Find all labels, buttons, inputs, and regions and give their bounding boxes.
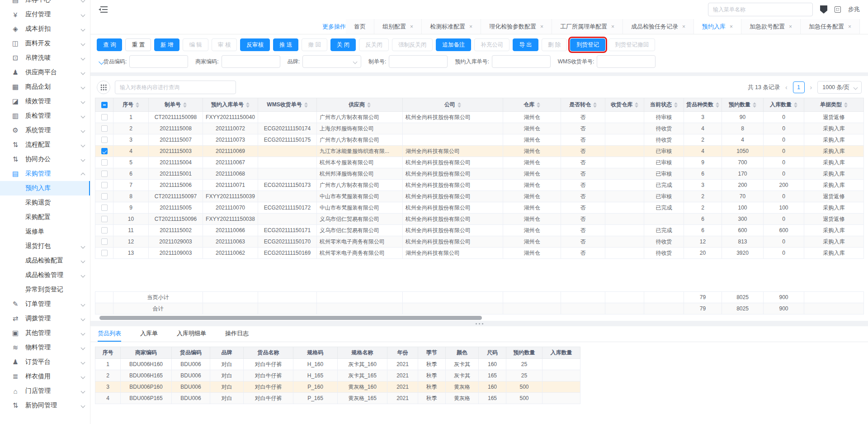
row-checkbox[interactable]: [101, 125, 108, 132]
sidebar-item[interactable]: ⇅ 流程配置: [0, 138, 90, 152]
sidebar-item[interactable]: ♟ 供应商平台: [0, 65, 90, 80]
tab[interactable]: 加急任务配置 ×: [801, 19, 860, 34]
detail-tab[interactable]: 操作日志: [225, 326, 249, 342]
table-row[interactable]: 5 20211115004 2021110067 杭州本兮服装有限公司 杭州全尚…: [95, 157, 864, 168]
filter-input[interactable]: [222, 55, 280, 68]
scrollbar-thumb[interactable]: [99, 316, 482, 320]
close-icon[interactable]: ×: [540, 24, 543, 29]
table-row[interactable]: 4 20211115003 2021110069 九江市冰能量服饰织造有限...…: [95, 146, 864, 157]
row-select-cell[interactable]: [95, 236, 113, 248]
badge-icon[interactable]: [820, 5, 827, 14]
sidebar-item[interactable]: ◫ 面料开发: [0, 36, 90, 51]
table-row[interactable]: 3 20211115007 2021110073 ECG202111150175…: [95, 134, 864, 146]
sort-icon[interactable]: [136, 102, 139, 108]
detail-column-header[interactable]: 年份: [387, 347, 418, 359]
row-select-cell[interactable]: [95, 214, 113, 225]
column-header[interactable]: 单据类型: [804, 98, 864, 112]
sidebar-item[interactable]: ≣ 样衣借用: [0, 369, 90, 384]
column-header[interactable]: 入库数量: [764, 98, 804, 112]
toolbar-button[interactable]: 反关闭: [359, 38, 389, 51]
row-select-cell[interactable]: [95, 112, 113, 123]
sidebar-item[interactable]: 采购退货: [0, 195, 90, 210]
tab[interactable]: 检测标准配置 ×: [422, 19, 481, 34]
toolbar-button[interactable]: 重 置: [125, 38, 151, 51]
close-icon[interactable]: ×: [789, 24, 792, 29]
table-row[interactable]: 13 20211109003 2021110062 ECG20211115016…: [95, 248, 864, 259]
sort-icon[interactable]: [458, 102, 461, 108]
tab[interactable]: 首页 ×: [346, 19, 374, 34]
tab[interactable]: 成品检验任务记录 ×: [623, 19, 694, 34]
filter-input[interactable]: [492, 55, 551, 68]
sidebar-item[interactable]: ♟ 订货平台: [0, 355, 90, 369]
close-icon[interactable]: ×: [730, 24, 733, 29]
detail-column-header[interactable]: 商家编码: [121, 347, 172, 359]
detail-column-header[interactable]: 序号: [95, 347, 121, 359]
row-checkbox[interactable]: [101, 137, 108, 143]
sidebar-item[interactable]: ⇄ 调拨管理: [0, 311, 90, 326]
close-icon[interactable]: ×: [848, 24, 851, 29]
select-all-header[interactable]: [95, 98, 113, 112]
close-icon[interactable]: ×: [682, 24, 685, 29]
table-search-input[interactable]: [115, 81, 236, 94]
sort-icon[interactable]: [844, 102, 848, 108]
column-header[interactable]: 预约数量: [722, 98, 764, 112]
toolbar-button[interactable]: 删 除: [542, 38, 567, 51]
close-icon[interactable]: ×: [469, 24, 472, 29]
sidebar-item[interactable]: ⇅ 协同办公: [0, 152, 90, 167]
tab[interactable]: 工厂所属理单配置 ×: [552, 19, 623, 34]
sidebar-item[interactable]: ◈ 成本折扣: [0, 22, 90, 36]
detail-tab[interactable]: 货品列表: [98, 326, 121, 342]
toolbar-button[interactable]: 审 核: [212, 38, 237, 51]
table-row[interactable]: 2 20211115008 2021110072 ECG202111150174…: [95, 123, 864, 134]
toolbar-button[interactable]: 撤 回: [302, 38, 327, 51]
sidebar-item[interactable]: 预约入库: [0, 181, 90, 195]
sort-icon[interactable]: [674, 102, 678, 108]
row-select-cell[interactable]: [95, 123, 113, 134]
row-checkbox[interactable]: [101, 238, 108, 245]
toolbar-button[interactable]: 补充公司: [474, 38, 509, 51]
filter-input[interactable]: [389, 55, 448, 68]
menu-search-input[interactable]: [708, 3, 813, 16]
close-icon[interactable]: ×: [410, 24, 413, 29]
row-checkbox[interactable]: [101, 159, 108, 166]
toolbar-button[interactable]: 追加备注: [436, 38, 471, 51]
sidebar-item[interactable]: 成品检验配置: [0, 253, 90, 268]
detail-column-header[interactable]: 品牌: [210, 347, 244, 359]
column-header[interactable]: 当前状态: [644, 98, 684, 112]
sidebar-item[interactable]: 退货打包: [0, 239, 90, 253]
column-settings-icon[interactable]: [97, 81, 110, 94]
row-select-cell[interactable]: [95, 168, 113, 180]
select-all-checkbox[interactable]: [101, 102, 108, 108]
table-row[interactable]: 11 20211115002 2021110066 ECG20211115017…: [95, 225, 864, 236]
sidebar-item[interactable]: 采购配置: [0, 210, 90, 224]
sidebar-item[interactable]: 返修单: [0, 224, 90, 239]
row-checkbox[interactable]: [101, 182, 108, 188]
collapse-sidebar-icon[interactable]: [99, 6, 108, 13]
sidebar-item[interactable]: ▤ 库存中心: [0, 0, 90, 7]
sort-icon[interactable]: [753, 102, 756, 108]
row-checkbox[interactable]: [101, 148, 108, 154]
toolbar-button[interactable]: 查 询: [97, 38, 122, 51]
more-operations-link[interactable]: 更多操作: [322, 19, 346, 34]
row-select-cell[interactable]: [95, 191, 113, 202]
row-checkbox[interactable]: [101, 114, 108, 120]
table-row[interactable]: 10 CT202111150096 FXYY202111150038 义乌市侣仁…: [95, 214, 864, 225]
row-select-cell[interactable]: [95, 134, 113, 146]
tab[interactable]: 加急款号配置 ×: [741, 19, 801, 34]
detail-column-header[interactable]: 规格码: [293, 347, 338, 359]
column-header[interactable]: WMS收货单号: [258, 98, 317, 112]
next-page-icon[interactable]: ›: [809, 84, 813, 91]
toolbar-button[interactable]: 推 送: [273, 38, 298, 51]
toolbar-button[interactable]: 导 出: [513, 38, 538, 51]
panel-splitter[interactable]: [90, 321, 868, 326]
table-row[interactable]: 8 CT202111150097 FXYY202111150039 中山市布梵服…: [95, 191, 864, 202]
toolbar-button[interactable]: 反审核: [240, 38, 270, 51]
row-checkbox[interactable]: [101, 227, 108, 233]
detail-table-row[interactable]: 4 BDU006P165 BDU006 对白 对白牛仔裤 P_165 黄灰格_1…: [95, 393, 580, 404]
table-row[interactable]: 12 20211029003 2021110063 ECG20211115017…: [95, 236, 864, 248]
row-checkbox[interactable]: [101, 205, 108, 211]
row-checkbox[interactable]: [101, 250, 108, 256]
row-select-cell[interactable]: [95, 157, 113, 168]
sidebar-item[interactable]: ▤ 采购管理: [0, 167, 90, 181]
detail-column-header[interactable]: 货品编码: [172, 347, 210, 359]
